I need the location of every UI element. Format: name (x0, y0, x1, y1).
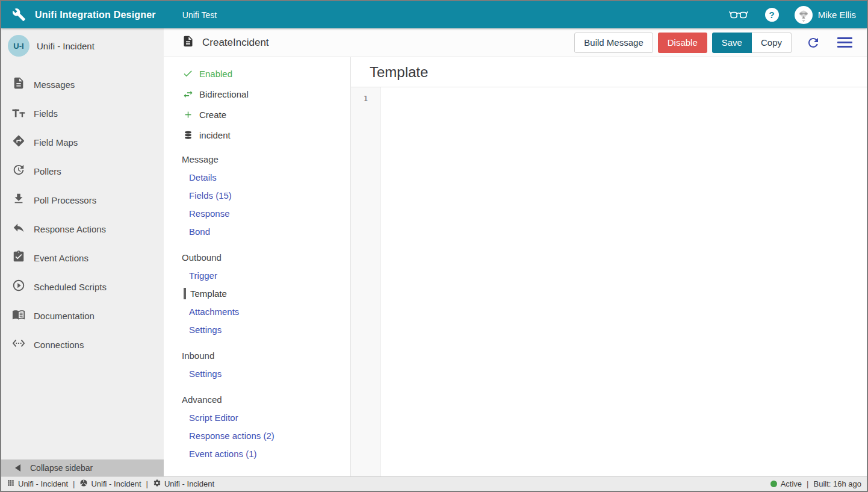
statusbar-context-apps[interactable]: Unifi - Incident (7, 479, 68, 489)
nav-link-event-actions[interactable]: Event actions (1) (182, 444, 350, 462)
sidebar-item-label: Poll Processors (34, 195, 96, 205)
statusbar-separator: | (73, 479, 75, 488)
nav-link-details[interactable]: Details (182, 168, 350, 186)
sidebar-item-scheduled-scripts[interactable]: Scheduled Scripts (1, 272, 164, 301)
sidebar-item-connections[interactable]: Connections (1, 330, 164, 359)
sidebar-item-messages[interactable]: Messages (1, 70, 164, 99)
collapse-sidebar-button[interactable]: Collapse sidebar (1, 459, 164, 476)
disable-button[interactable]: Disable (658, 33, 707, 53)
bidirectional-toggle[interactable]: Bidirectional (182, 84, 350, 104)
statusbar-separator: | (807, 479, 808, 488)
globe-icon (79, 479, 88, 489)
ethernet-brackets-icon (12, 337, 25, 352)
check-icon (182, 68, 194, 79)
sidebar-item-field-maps[interactable]: Field Maps (1, 128, 164, 157)
bidirectional-label: Bidirectional (199, 89, 249, 99)
code-editor-input[interactable] (381, 87, 867, 476)
workspace-name: Unifi Test (182, 10, 217, 20)
directions-diamond-icon (12, 134, 25, 150)
menu-icon[interactable] (837, 37, 852, 48)
sidebar-item-pollers[interactable]: Pollers (1, 157, 164, 185)
active-status-label: Active (781, 479, 802, 488)
nav-link-attachments[interactable]: Attachments (182, 302, 350, 320)
build-message-button[interactable]: Build Message (574, 33, 653, 53)
typography-icon (12, 107, 25, 120)
sidebar-item-label: Response Actions (34, 224, 106, 234)
nav-link-trigger[interactable]: Trigger (182, 266, 350, 284)
glasses-icon[interactable] (729, 8, 748, 21)
collapse-sidebar-label: Collapse sidebar (30, 463, 93, 473)
sidebar-item-documentation[interactable]: Documentation (1, 301, 164, 330)
table-label: incident (199, 130, 231, 140)
message-title: CreateIncident (202, 37, 269, 49)
sidebar-item-fields[interactable]: Fields (1, 99, 164, 128)
open-book-icon (12, 308, 25, 323)
app-avatar: U-I (8, 35, 29, 57)
create-action-item[interactable]: Create (182, 104, 350, 125)
editor-title: Template (370, 64, 428, 81)
topbar: Unifi Integration Designer Unifi Test ? (1, 1, 867, 28)
section-title-outbound: Outbound (182, 248, 350, 266)
help-glyph: ? (769, 10, 775, 20)
database-icon (182, 131, 194, 140)
wrench-icon (12, 8, 26, 22)
app-window: Unifi Integration Designer Unifi Test ? (0, 0, 868, 492)
nav-link-script-editor[interactable]: Script Editor (182, 408, 350, 426)
line-number: 1 (364, 94, 368, 103)
app-avatar-initials: U-I (13, 42, 23, 51)
nav-link-bond[interactable]: Bond (182, 222, 350, 240)
sidebar-item-label: Messages (34, 79, 75, 90)
plus-icon (182, 110, 194, 120)
apps-grid-icon (7, 479, 15, 489)
help-icon[interactable]: ? (765, 8, 779, 22)
sidebar-item-label: Connections (34, 340, 84, 350)
nav-link-response[interactable]: Response (182, 204, 350, 222)
enabled-toggle[interactable]: Enabled (182, 63, 350, 84)
selected-indicator (184, 288, 186, 299)
clipboard-check-icon (12, 250, 25, 266)
refresh-icon[interactable] (806, 36, 820, 50)
swap-arrows-icon (182, 89, 194, 100)
sidebar-app-header[interactable]: U-I Unifi - Incident (1, 28, 164, 63)
statusbar-context-label: Unifi - Incident (91, 479, 141, 488)
enabled-label: Enabled (199, 69, 232, 79)
copy-button[interactable]: Copy (752, 33, 792, 53)
nav-link-fields[interactable]: Fields (15) (182, 186, 350, 204)
section-title-message: Message (182, 150, 350, 168)
nav-section-advanced: Advanced Script Editor Response actions … (182, 390, 350, 462)
sidebar-item-label: Event Actions (34, 253, 88, 263)
sidebar-item-label: Pollers (34, 166, 61, 176)
section-title-inbound: Inbound (182, 346, 350, 364)
built-status-label: Built: 16h ago (813, 479, 861, 488)
nav-link-outbound-settings[interactable]: Settings (182, 320, 350, 338)
sidebar-item-poll-processors[interactable]: Poll Processors (1, 185, 164, 214)
sidebar-item-event-actions[interactable]: Event Actions (1, 243, 164, 272)
nav-link-template[interactable]: Template (182, 284, 350, 302)
editor-titlebar: Template (351, 57, 867, 87)
statusbar-context-settings[interactable]: Unifi - Incident (153, 479, 214, 489)
user-name: Mike Ellis (818, 10, 856, 20)
user-menu[interactable]: Mike Ellis (795, 6, 856, 24)
app-title: Unifi Integration Designer (35, 10, 156, 20)
gear-icon (153, 479, 161, 489)
sidebar: U-I Unifi - Incident Messages Fields (1, 28, 164, 476)
message-header: CreateIncident Build Message Disable Sav… (164, 28, 867, 57)
nav-link-response-actions[interactable]: Response actions (2) (182, 426, 350, 444)
sidebar-item-response-actions[interactable]: Response Actions (1, 214, 164, 243)
nav-link-template-label: Template (190, 288, 227, 299)
user-avatar-icon (795, 6, 813, 24)
nav-section-inbound: Inbound Settings (182, 346, 350, 382)
nav-link-inbound-settings[interactable]: Settings (182, 364, 350, 382)
statusbar-context-integration[interactable]: Unifi - Incident (79, 479, 141, 489)
editor-gutter: 1 (351, 87, 381, 476)
save-button[interactable]: Save (712, 33, 752, 53)
sidebar-app-name: Unifi - Incident (37, 41, 95, 51)
play-circle-icon (12, 279, 25, 294)
target-table-item[interactable]: incident (182, 125, 350, 145)
sidebar-item-label: Field Maps (34, 137, 78, 148)
nav-section-outbound: Outbound Trigger Template Attachments Se… (182, 248, 350, 338)
sidebar-item-label: Scheduled Scripts (34, 282, 107, 292)
statusbar-context-label: Unifi - Incident (18, 479, 68, 488)
template-editor-pane: Template 1 (350, 57, 867, 476)
create-label: Create (199, 110, 226, 120)
